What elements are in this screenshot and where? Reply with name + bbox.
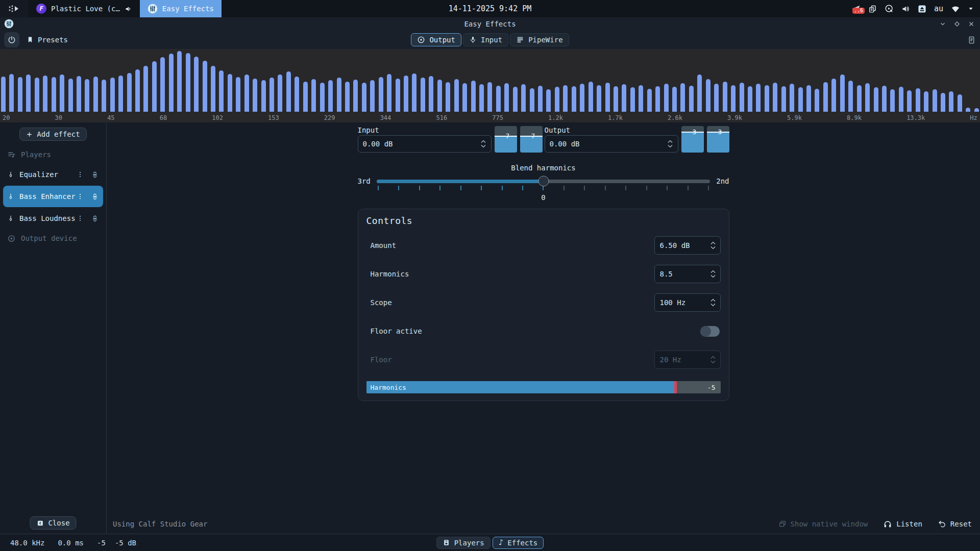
spectrum-bar [60, 74, 64, 112]
blend-harmonics-slider[interactable] [377, 180, 710, 183]
sidebar-effect-equalizer[interactable]: Equalizer [3, 164, 103, 185]
system-tray: ..6 a [851, 0, 980, 17]
slider-handle[interactable] [538, 176, 549, 187]
freq-label: 102 [212, 114, 223, 121]
presets-button[interactable]: Presets [27, 36, 68, 44]
spectrum-bar [169, 54, 174, 112]
spectrum-bar [487, 82, 492, 112]
output-gain-value: 0.00 dB [550, 140, 580, 148]
wifi-tray-icon[interactable] [951, 5, 960, 13]
sidebar-item-label: Output device [21, 234, 77, 242]
blend-right-label: 2nd [716, 177, 729, 185]
harmonics-spinbutton[interactable]: 8.5 [654, 265, 721, 283]
freq-label: 344 [380, 114, 391, 121]
spectrum-bar [924, 91, 928, 112]
spectrum-bar [614, 86, 618, 112]
spin-chevrons-icon[interactable] [710, 270, 716, 278]
keyboard-layout-indicator[interactable]: au [934, 4, 943, 13]
headphones-icon [883, 519, 892, 529]
tab-input[interactable]: Input [463, 33, 508, 46]
eject-tray-icon[interactable] [918, 5, 926, 13]
window-titlebar[interactable]: Easy Effects [0, 17, 980, 31]
close-sidebar-button[interactable]: Close [30, 516, 76, 530]
close-window-button[interactable] [968, 20, 975, 28]
output-level-meter: -3 [707, 126, 729, 153]
scope-spinbutton[interactable]: 100 Hz [654, 293, 721, 312]
native-window-icon [778, 520, 787, 528]
control-row-scope: Scope 100 Hz [366, 293, 721, 312]
tab-players[interactable]: Players [436, 537, 491, 549]
sidebar-item-players[interactable]: Players [0, 146, 106, 163]
tab-pipewire[interactable]: PipeWire [510, 33, 569, 46]
drag-handle-icon[interactable] [91, 170, 99, 179]
floor-active-toggle[interactable] [700, 326, 720, 337]
sidebar-effect-bass-enhancer[interactable]: Bass Enhancer [3, 186, 103, 207]
workspace-indicator[interactable] [0, 0, 29, 17]
spectrum-bar [714, 84, 719, 112]
control-value: 6.50 dB [660, 241, 690, 249]
slider-tick [667, 186, 668, 190]
excluded-apps-button[interactable] [967, 35, 976, 45]
blend-value-label: 0 [358, 193, 729, 202]
spin-chevrons-icon[interactable] [667, 140, 673, 148]
spectrum-bar [521, 84, 526, 112]
volume-tray-icon[interactable] [901, 5, 910, 13]
music-note-icon: ♪ [499, 539, 504, 546]
tab-effects[interactable]: ♪ Effects [493, 537, 544, 549]
sidebar-item-output-device[interactable]: Output device [0, 230, 106, 247]
latency: 0.0 ms [58, 539, 84, 547]
output-gain-spinbutton[interactable]: 0.00 dB [545, 135, 678, 153]
add-effect-label: Add effect [37, 130, 80, 138]
effect-menu-icon[interactable] [77, 214, 84, 222]
effect-menu-icon[interactable] [77, 170, 84, 179]
spectrum-bar [907, 90, 912, 112]
spectrum-bar [865, 83, 870, 112]
taskbar-task-music-player[interactable]: F Plastic Love (c… [29, 0, 140, 17]
add-effect-button[interactable]: Add effect [19, 128, 86, 141]
notification-tray-icon[interactable]: ..6 [851, 5, 861, 13]
blend-harmonics-title: Blend harmonics [358, 164, 729, 172]
spectrum-bar [815, 89, 819, 112]
bypass-power-button[interactable] [4, 32, 19, 47]
spectrum-bar [379, 77, 383, 112]
slider-tick [419, 186, 420, 190]
spectrum-bar [563, 85, 568, 112]
tab-output[interactable]: Output [411, 33, 461, 46]
minimize-button[interactable] [939, 20, 946, 28]
spin-chevrons-icon[interactable] [710, 241, 716, 249]
spectrum-bar [840, 74, 845, 112]
effect-menu-icon[interactable] [77, 192, 84, 201]
spectrum-bar [278, 74, 282, 112]
spectrum-bar [270, 78, 274, 112]
meter-value: -3 [707, 128, 729, 136]
spectrum-bar [933, 89, 937, 112]
plugin-icon [7, 214, 14, 223]
spectrum-bar [286, 71, 291, 112]
taskbar-task-easy-effects[interactable]: Easy Effects [140, 0, 222, 17]
sidebar-effect-bass-loudness[interactable]: Bass Loudness [3, 208, 103, 229]
listen-button[interactable]: Listen [883, 519, 922, 529]
maximize-button[interactable] [953, 20, 961, 28]
spectrum-bar [102, 80, 106, 112]
floor-spinbutton[interactable]: 20 Hz [654, 350, 721, 369]
reset-button[interactable]: Reset [938, 520, 972, 529]
effect-label: Equalizer [19, 170, 77, 179]
spectrum-bar [194, 57, 199, 112]
drag-handle-icon[interactable] [91, 214, 99, 223]
drag-handle-icon[interactable] [91, 192, 99, 201]
listen-label: Listen [896, 520, 922, 528]
freq-label: 30 [55, 114, 62, 121]
amount-spinbutton[interactable]: 6.50 dB [654, 236, 721, 255]
clipboard-tray-icon[interactable] [868, 5, 877, 13]
tray-expander-icon[interactable] [968, 6, 974, 11]
spectrum-bar [689, 86, 694, 112]
spin-chevrons-icon[interactable] [480, 140, 486, 148]
slider-tick [439, 186, 440, 190]
recorder-tray-icon[interactable] [885, 4, 894, 13]
spectrum-bar [974, 108, 979, 112]
spin-chevrons-icon[interactable] [710, 298, 716, 307]
input-gain-spinbutton[interactable]: 0.00 dB [358, 135, 492, 153]
spectrum-bar [404, 76, 408, 112]
controls-heading: Controls [366, 215, 721, 226]
show-native-window-button[interactable]: Show native window [778, 520, 868, 528]
